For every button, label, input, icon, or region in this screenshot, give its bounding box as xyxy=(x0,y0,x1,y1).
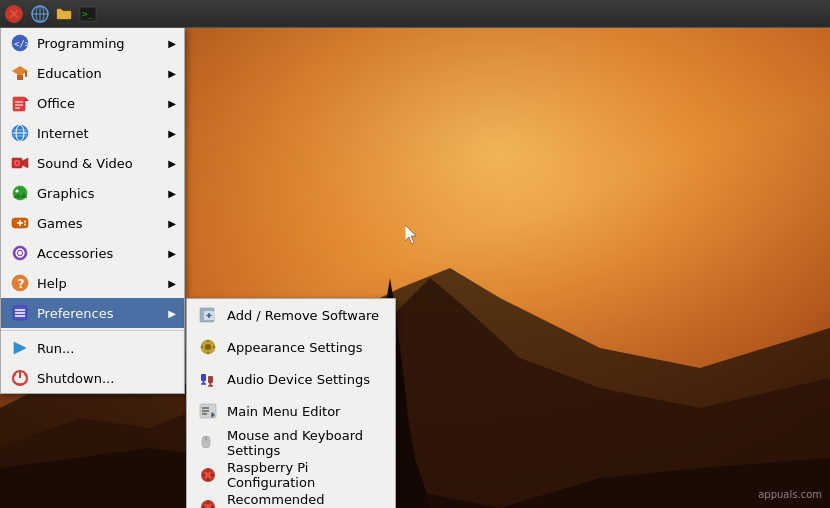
main-menu: </> Programming ▶ Education ▶ xyxy=(0,28,185,394)
accessories-arrow: ▶ xyxy=(168,248,176,259)
add-remove-software-icon xyxy=(197,304,219,326)
run-label: Run... xyxy=(37,341,176,356)
raspberry-pi-config-icon xyxy=(197,464,219,486)
main-menu-editor-icon xyxy=(197,400,219,422)
education-label: Education xyxy=(37,66,164,81)
svg-point-78 xyxy=(207,470,210,473)
svg-point-80 xyxy=(203,474,206,477)
help-icon: ? xyxy=(9,272,31,294)
svg-point-81 xyxy=(211,474,214,477)
svg-point-35 xyxy=(16,162,19,165)
programming-label: Programming xyxy=(37,36,164,51)
svg-point-45 xyxy=(18,251,22,255)
appearance-settings-icon xyxy=(197,336,219,358)
raspberry-pi-config-label: Raspberry Pi Configuration xyxy=(227,460,385,490)
help-arrow: ▶ xyxy=(168,278,176,289)
mouse-keyboard-settings-icon xyxy=(197,432,219,454)
office-icon xyxy=(9,92,31,114)
submenu-appearance-settings[interactable]: Appearance Settings xyxy=(187,331,395,363)
programming-arrow: ▶ xyxy=(168,38,176,49)
svg-rect-22 xyxy=(13,97,25,111)
svg-point-8 xyxy=(12,16,16,20)
preferences-arrow: ▶ xyxy=(168,308,176,319)
svg-point-57 xyxy=(205,344,211,350)
internet-icon xyxy=(9,122,31,144)
submenu-add-remove-software[interactable]: Add / Remove Software xyxy=(187,299,395,331)
preferences-label: Preferences xyxy=(37,306,164,321)
office-label: Office xyxy=(37,96,164,111)
svg-rect-62 xyxy=(201,374,206,381)
mouse-keyboard-settings-label: Mouse and Keyboard Settings xyxy=(227,428,385,458)
shutdown-icon xyxy=(9,367,31,389)
add-remove-software-label: Add / Remove Software xyxy=(227,308,379,323)
taskbar: >_ xyxy=(0,0,830,28)
sound-video-arrow: ▶ xyxy=(168,158,176,169)
menu-item-office[interactable]: Office ▶ xyxy=(1,88,184,118)
svg-point-42 xyxy=(24,221,26,223)
svg-point-79 xyxy=(207,478,210,481)
taskbar-folder-icon[interactable] xyxy=(54,4,74,24)
appearance-settings-label: Appearance Settings xyxy=(227,340,363,355)
menu-item-programming[interactable]: </> Programming ▶ xyxy=(1,28,184,58)
submenu-main-menu-editor[interactable]: Main Menu Editor xyxy=(187,395,395,427)
svg-point-37 xyxy=(16,190,19,193)
svg-text:>_: >_ xyxy=(82,9,93,19)
menu-item-education[interactable]: Education ▶ xyxy=(1,58,184,88)
taskbar-raspberry-button[interactable] xyxy=(0,0,28,28)
recommended-software-label: Recommended Software xyxy=(227,492,385,508)
menu-item-graphics[interactable]: Graphics ▶ xyxy=(1,178,184,208)
internet-arrow: ▶ xyxy=(168,128,176,139)
run-icon xyxy=(9,337,31,359)
accessories-icon xyxy=(9,242,31,264)
menu-item-games[interactable]: Games ▶ xyxy=(1,208,184,238)
svg-rect-21 xyxy=(25,71,27,77)
education-icon xyxy=(9,62,31,84)
education-arrow: ▶ xyxy=(168,68,176,79)
menu-item-run[interactable]: Run... xyxy=(1,333,184,363)
svg-point-7 xyxy=(12,8,16,12)
svg-point-75 xyxy=(205,438,207,440)
shutdown-label: Shutdown... xyxy=(37,371,176,386)
submenu-audio-device-settings[interactable]: Audio Device Settings xyxy=(187,363,395,395)
svg-point-9 xyxy=(8,12,12,16)
svg-marker-33 xyxy=(22,158,28,168)
menu-item-preferences[interactable]: Preferences ▶ xyxy=(1,298,184,328)
taskbar-globe-icon[interactable] xyxy=(30,4,50,24)
svg-marker-88 xyxy=(14,342,26,354)
menu-item-shutdown[interactable]: Shutdown... xyxy=(1,363,184,393)
preferences-submenu: Add / Remove Software Appearance Setting… xyxy=(186,298,396,508)
watermark-text: appuals.com xyxy=(758,489,822,500)
submenu-raspberry-pi-configuration[interactable]: Raspberry Pi Configuration xyxy=(187,459,395,491)
graphics-icon xyxy=(9,182,31,204)
audio-device-settings-label: Audio Device Settings xyxy=(227,372,370,387)
svg-text:</>: </> xyxy=(14,39,29,49)
help-label: Help xyxy=(37,276,164,291)
preferences-icon xyxy=(9,302,31,324)
svg-point-84 xyxy=(207,502,210,505)
menu-item-internet[interactable]: Internet ▶ xyxy=(1,118,184,148)
menu-item-sound-video[interactable]: Sound & Video ▶ xyxy=(1,148,184,178)
menu-item-preferences-container: Preferences ▶ Add / Remove Software xyxy=(1,298,184,328)
graphics-arrow: ▶ xyxy=(168,188,176,199)
games-arrow: ▶ xyxy=(168,218,176,229)
sound-video-icon xyxy=(9,152,31,174)
accessories-label: Accessories xyxy=(37,246,164,261)
svg-marker-23 xyxy=(25,97,29,101)
menu-item-accessories[interactable]: Accessories ▶ xyxy=(1,238,184,268)
svg-point-43 xyxy=(24,224,26,226)
games-icon xyxy=(9,212,31,234)
sound-video-label: Sound & Video xyxy=(37,156,164,171)
submenu-mouse-keyboard-settings[interactable]: Mouse and Keyboard Settings xyxy=(187,427,395,459)
svg-point-10 xyxy=(16,12,20,16)
internet-label: Internet xyxy=(37,126,164,141)
audio-device-settings-icon xyxy=(197,368,219,390)
watermark: appuals.com xyxy=(758,489,822,500)
games-label: Games xyxy=(37,216,164,231)
graphics-label: Graphics xyxy=(37,186,164,201)
taskbar-terminal-icon[interactable]: >_ xyxy=(78,4,98,24)
office-arrow: ▶ xyxy=(168,98,176,109)
submenu-recommended-software[interactable]: Recommended Software xyxy=(187,491,395,508)
menu-item-help[interactable]: ? Help ▶ xyxy=(1,268,184,298)
raspberry-pi-icon xyxy=(4,4,24,24)
menu-divider xyxy=(1,330,184,331)
